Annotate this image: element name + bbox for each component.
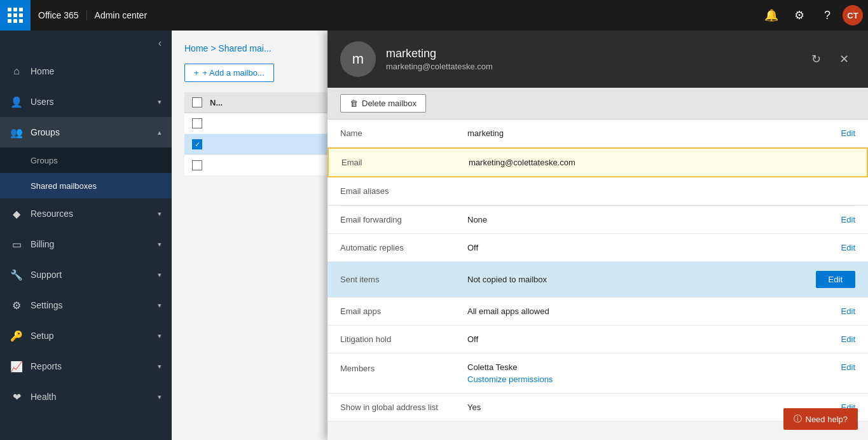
chevron-down-icon: ▾ bbox=[158, 240, 162, 249]
sidebar: ‹ ⌂ Home 👤 Users ▾ 👥 Groups ▴ Groups Sha… bbox=[0, 31, 172, 440]
chevron-down-icon: ▾ bbox=[158, 393, 162, 401]
field-label-email: Email bbox=[341, 158, 469, 167]
help-icon[interactable]: ? bbox=[815, 3, 840, 28]
sidebar-item-health[interactable]: ❤ Health ▾ bbox=[0, 382, 172, 412]
product-name: Office 365 bbox=[31, 10, 87, 20]
health-icon: ❤ bbox=[10, 391, 23, 403]
main-content: Home > Shared mai... + + Add a mailbo...… bbox=[172, 31, 868, 440]
field-label-sent-items: Sent items bbox=[340, 275, 467, 284]
users-icon: 👤 bbox=[10, 96, 23, 108]
field-label-name: Name bbox=[340, 128, 467, 138]
sidebar-item-label: Reports bbox=[31, 361, 150, 371]
edit-email-apps-button[interactable]: Edit bbox=[841, 306, 855, 316]
field-label-forwarding: Email forwarding bbox=[340, 215, 467, 224]
field-label-global-address: Show in global address list bbox=[340, 402, 467, 412]
panel-row-email: Email marketing@colettateske.com bbox=[327, 148, 868, 177]
sidebar-item-resources[interactable]: ◆ Resources ▾ bbox=[0, 198, 172, 229]
sidebar-collapse-button[interactable]: ‹ bbox=[0, 31, 172, 56]
sidebar-item-groups-sub[interactable]: Groups bbox=[0, 148, 172, 173]
setup-icon: 🔑 bbox=[10, 330, 23, 342]
edit-auto-replies-button[interactable]: Edit bbox=[841, 243, 855, 252]
field-label-email-aliases: Email aliases bbox=[340, 186, 467, 196]
section-name: Admin center bbox=[87, 10, 155, 20]
panel-mailbox-name: marketing bbox=[386, 47, 794, 60]
sidebar-item-setup[interactable]: 🔑 Setup ▾ bbox=[0, 320, 172, 351]
edit-forwarding-button[interactable]: Edit bbox=[841, 215, 855, 224]
edit-sent-items-button[interactable]: Edit bbox=[816, 271, 855, 288]
sidebar-item-users[interactable]: 👤 Users ▾ bbox=[0, 86, 172, 117]
settings-icon[interactable]: ⚙ bbox=[787, 3, 812, 28]
waffle-menu[interactable] bbox=[0, 0, 31, 31]
panel-row-auto-replies: Automatic replies Off Edit bbox=[327, 234, 868, 262]
panel-toolbar: 🗑 Delete mailbox bbox=[327, 88, 868, 120]
chevron-down-icon: ▾ bbox=[158, 210, 162, 218]
breadcrumb-current: Shared mai... bbox=[218, 43, 271, 53]
chevron-down-icon: ▾ bbox=[158, 98, 162, 106]
sidebar-item-groups[interactable]: 👥 Groups ▴ bbox=[0, 117, 172, 148]
row-checkbox[interactable] bbox=[192, 160, 202, 170]
resources-icon: ◆ bbox=[10, 208, 23, 220]
panel-header-info: marketing marketing@colettateske.com bbox=[386, 47, 794, 71]
sidebar-item-label: Settings bbox=[31, 300, 150, 310]
panel-avatar: m bbox=[340, 41, 376, 77]
chevron-down-icon: ▾ bbox=[158, 301, 162, 310]
field-label-email-apps: Email apps bbox=[340, 306, 467, 316]
delete-button-label: Delete mailbox bbox=[362, 99, 417, 108]
select-all-checkbox[interactable] bbox=[192, 97, 202, 107]
panel-body: Name marketing Edit Email marketing@cole… bbox=[327, 120, 868, 440]
chevron-down-icon: ▾ bbox=[158, 271, 162, 279]
breadcrumb-home[interactable]: Home bbox=[184, 43, 208, 53]
table-col-name: N... bbox=[210, 98, 223, 107]
edit-members-button[interactable]: Edit bbox=[841, 362, 855, 372]
add-button-label: + Add a mailbo... bbox=[203, 68, 265, 78]
field-value-auto-replies: Off bbox=[467, 243, 841, 252]
field-value-litigation: Off bbox=[467, 334, 841, 344]
need-help-label: Need help? bbox=[806, 415, 848, 424]
breadcrumb-separator: > bbox=[210, 43, 218, 53]
sidebar-item-shared-mailboxes[interactable]: Shared mailboxes bbox=[0, 173, 172, 198]
field-label-members: Members bbox=[340, 362, 467, 373]
field-label-auto-replies: Automatic replies bbox=[340, 243, 467, 252]
close-icon[interactable]: ✕ bbox=[832, 48, 855, 71]
sidebar-item-reports[interactable]: 📈 Reports ▾ bbox=[0, 351, 172, 382]
panel-row-members: Members Coletta Teske Customize permissi… bbox=[327, 354, 868, 394]
refresh-icon[interactable]: ↻ bbox=[804, 48, 827, 71]
row-checkbox[interactable] bbox=[192, 118, 202, 128]
sidebar-item-home[interactable]: ⌂ Home bbox=[0, 56, 172, 86]
row-checkbox[interactable]: ✓ bbox=[192, 139, 202, 149]
field-value-email: marketing@colettateske.com bbox=[469, 158, 854, 167]
notifications-icon[interactable]: 🔔 bbox=[759, 3, 784, 28]
add-icon: + bbox=[194, 68, 199, 78]
collapse-icon: ‹ bbox=[158, 38, 162, 49]
avatar[interactable]: CT bbox=[843, 5, 863, 25]
edit-name-button[interactable]: Edit bbox=[841, 128, 855, 138]
panel-row-email-apps: Email apps All email apps allowed Edit bbox=[327, 298, 868, 326]
field-value-email-apps: All email apps allowed bbox=[467, 306, 841, 316]
chevron-down-icon: ▾ bbox=[158, 362, 162, 371]
field-value-forwarding: None bbox=[467, 215, 841, 224]
sidebar-item-settings[interactable]: ⚙ Settings ▾ bbox=[0, 290, 172, 320]
sidebar-item-label: Health bbox=[31, 392, 150, 402]
sidebar-item-billing[interactable]: ▭ Billing ▾ bbox=[0, 229, 172, 259]
sidebar-item-label: Home bbox=[31, 66, 162, 76]
panel-row-name: Name marketing Edit bbox=[327, 120, 868, 148]
billing-icon: ▭ bbox=[10, 238, 23, 251]
sidebar-item-label: Billing bbox=[31, 239, 150, 249]
need-help-button[interactable]: ⓘ Need help? bbox=[783, 408, 858, 430]
sidebar-item-label: Users bbox=[31, 97, 150, 107]
edit-litigation-button[interactable]: Edit bbox=[841, 334, 855, 344]
field-value-sent-items: Not copied to mailbox bbox=[467, 275, 816, 284]
customize-permissions-link[interactable]: Customize permissions bbox=[467, 375, 841, 384]
groups-submenu: Groups Shared mailboxes bbox=[0, 148, 172, 198]
sidebar-item-label: Groups bbox=[31, 127, 150, 137]
sidebar-item-label: Setup bbox=[31, 331, 150, 341]
home-icon: ⌂ bbox=[10, 65, 23, 77]
mailbox-detail-panel: m marketing marketing@colettateske.com ↻… bbox=[327, 31, 868, 440]
sidebar-item-support[interactable]: 🔧 Support ▾ bbox=[0, 259, 172, 290]
settings-icon: ⚙ bbox=[10, 299, 23, 312]
panel-header-actions: ↻ ✕ bbox=[804, 48, 855, 71]
field-label-litigation: Litigation hold bbox=[340, 334, 467, 344]
add-mailbox-button[interactable]: + + Add a mailbo... bbox=[184, 64, 274, 82]
delete-mailbox-button[interactable]: 🗑 Delete mailbox bbox=[340, 94, 426, 113]
field-value-members: Coletta Teske bbox=[467, 362, 841, 372]
